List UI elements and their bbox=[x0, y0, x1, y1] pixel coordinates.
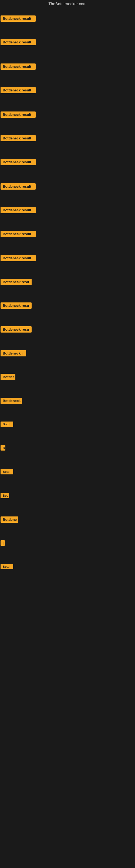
page-wrapper: TheBottlenecker.com Bottleneck resultBot… bbox=[0, 0, 135, 868]
bottleneck-badge-22[interactable]: Bottlene bbox=[1, 517, 18, 523]
bottleneck-badge-4[interactable]: Bottleneck result bbox=[1, 87, 36, 93]
bottleneck-row-15: Bottleneck r bbox=[1, 350, 26, 358]
bottleneck-row-12: Bottleneck resu bbox=[1, 279, 32, 286]
bottleneck-row-23: | bbox=[1, 540, 5, 547]
bottleneck-badge-5[interactable]: Bottleneck result bbox=[1, 112, 36, 118]
bottleneck-row-21: Bot bbox=[1, 493, 9, 499]
bottleneck-row-5: Bottleneck result bbox=[1, 112, 36, 119]
bottleneck-badge-9[interactable]: Bottleneck result bbox=[1, 207, 36, 213]
bottleneck-badge-24[interactable]: Bottl bbox=[1, 564, 13, 569]
bottleneck-badge-14[interactable]: Bottleneck resu bbox=[1, 326, 32, 333]
bottleneck-badge-2[interactable]: Bottleneck result bbox=[1, 39, 36, 45]
bottleneck-badge-3[interactable]: Bottleneck result bbox=[1, 63, 36, 70]
bottleneck-row-3: Bottleneck result bbox=[1, 63, 36, 71]
bottleneck-row-10: Bottleneck result bbox=[1, 231, 36, 238]
bottleneck-row-2: Bottleneck result bbox=[1, 39, 36, 46]
bottleneck-row-18: Bottl bbox=[1, 422, 13, 428]
bottleneck-row-1: Bottleneck result bbox=[1, 16, 36, 23]
site-title: TheBottlenecker.com bbox=[0, 0, 135, 8]
bottleneck-badge-11[interactable]: Bottleneck result bbox=[1, 255, 36, 261]
bottleneck-badge-18[interactable]: Bottl bbox=[1, 422, 13, 427]
bottleneck-row-14: Bottleneck resu bbox=[1, 326, 32, 334]
bottleneck-badge-13[interactable]: Bottleneck resu bbox=[1, 303, 32, 309]
bottleneck-row-22: Bottlene bbox=[1, 517, 18, 524]
bottleneck-row-16: Bottler bbox=[1, 374, 15, 381]
bottleneck-badge-6[interactable]: Bottleneck result bbox=[1, 135, 36, 141]
bottleneck-badge-15[interactable]: Bottleneck r bbox=[1, 350, 26, 356]
bottleneck-row-24: Bottl bbox=[1, 564, 13, 570]
bottleneck-row-17: Bottleneck bbox=[1, 398, 22, 405]
bottleneck-badge-19[interactable]: B bbox=[1, 445, 5, 451]
bottleneck-row-7: Bottleneck result bbox=[1, 159, 36, 166]
bottleneck-badge-10[interactable]: Bottleneck result bbox=[1, 231, 36, 237]
bottleneck-badge-16[interactable]: Bottler bbox=[1, 374, 15, 380]
bottleneck-badge-7[interactable]: Bottleneck result bbox=[1, 159, 36, 165]
bottleneck-badge-17[interactable]: Bottleneck bbox=[1, 398, 22, 404]
bottleneck-badge-23[interactable]: | bbox=[1, 540, 5, 546]
bottleneck-badge-1[interactable]: Bottleneck result bbox=[1, 16, 36, 22]
bottleneck-row-19: B bbox=[1, 445, 5, 452]
bottleneck-row-6: Bottleneck result bbox=[1, 135, 36, 143]
bottleneck-row-9: Bottleneck result bbox=[1, 207, 36, 214]
bottleneck-row-20: Bottl bbox=[1, 469, 13, 475]
bottleneck-badge-21[interactable]: Bot bbox=[1, 493, 9, 498]
bottleneck-row-11: Bottleneck result bbox=[1, 255, 36, 262]
bottleneck-badge-20[interactable]: Bottl bbox=[1, 469, 13, 474]
bottleneck-row-4: Bottleneck result bbox=[1, 87, 36, 94]
bottleneck-badge-8[interactable]: Bottleneck result bbox=[1, 183, 36, 190]
bottleneck-row-8: Bottleneck result bbox=[1, 183, 36, 191]
bottleneck-badge-12[interactable]: Bottleneck resu bbox=[1, 279, 32, 285]
bottleneck-row-13: Bottleneck resu bbox=[1, 303, 32, 310]
